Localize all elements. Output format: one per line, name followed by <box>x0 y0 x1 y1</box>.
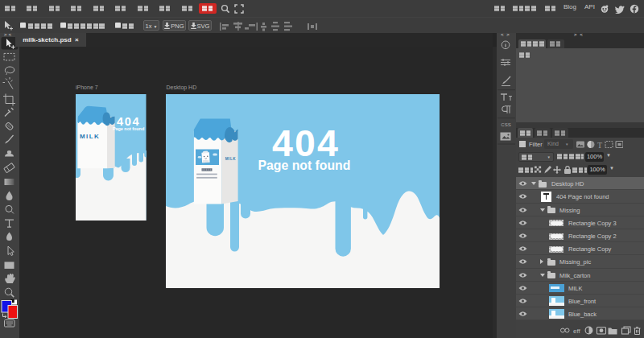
svg-text:MILK: MILK <box>225 157 236 161</box>
svg-text:Page not found: Page not found <box>258 159 350 172</box>
svg-text:T: T <box>597 140 602 149</box>
svg-text:eff: eff <box>573 328 581 335</box>
svg-text:MILK: MILK <box>80 132 100 139</box>
svg-text:CSS: CSS <box>501 122 510 127</box>
svg-text:Page not found: Page not found <box>113 126 144 131</box>
svg-text:404: 404 <box>271 122 339 164</box>
